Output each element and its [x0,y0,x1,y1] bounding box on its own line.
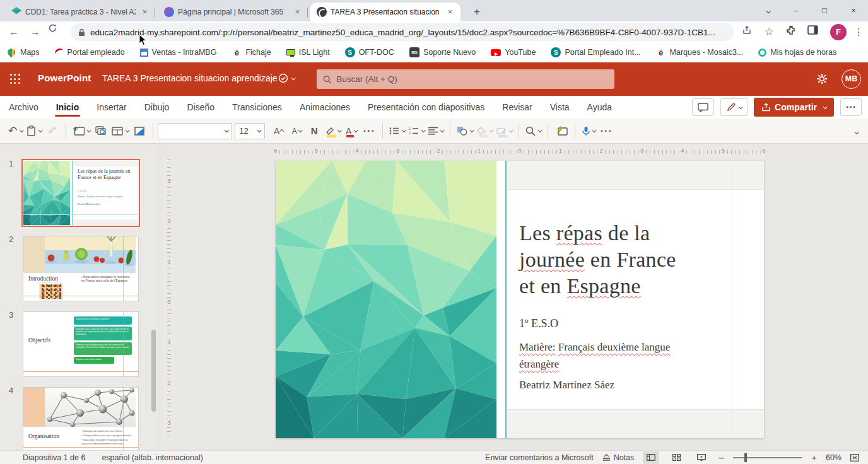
search-input[interactable] [336,74,608,84]
slide-thumbnail-1[interactable]: Les répas de la journée en France et en … [23,160,139,226]
format-painter-button[interactable] [44,122,61,141]
browser-menu-icon[interactable]: ⋮ [852,25,865,39]
fit-to-window-button[interactable] [850,454,859,461]
ribbon-tab-vista[interactable]: Vista [541,96,578,119]
reuse-slides-button[interactable] [92,122,110,141]
browser-tab-1[interactable]: CDD1: Tarea práctica 3 - Nivel A2 × [5,3,155,21]
ribbon-tab-archivo[interactable]: Archivo [0,96,47,119]
app-launcher-waffle-icon[interactable] [0,62,30,96]
font-name-combo[interactable] [158,123,232,139]
window-close-button[interactable]: × [839,0,868,21]
zoom-in-button[interactable]: + [811,452,817,463]
bookmark-isl-light[interactable]: ISL Light [286,48,330,57]
slide-grade-text[interactable]: 1º E.S.O [519,317,558,330]
grow-font-button[interactable]: A [270,122,288,141]
ribbon-tab-animaciones[interactable]: Animaciones [291,96,359,119]
close-tab-icon[interactable]: × [292,7,303,18]
browser-tab-2[interactable]: Página principal | Microsoft 365 × [158,3,308,21]
collapse-ribbon-chevron[interactable] [852,125,858,137]
slide-sorter-view-button[interactable] [668,451,684,464]
zoom-level[interactable]: 60% [826,453,842,462]
bookmark-fichaje[interactable]: ēFichaje [232,47,271,57]
toolbar-overflow-button[interactable]: ··· [597,122,615,141]
bullets-button[interactable] [387,122,407,141]
font-color-button[interactable]: A [343,122,360,141]
share-button[interactable]: Compartir [754,98,834,117]
bookmark-star-icon[interactable]: ☆ [762,25,776,39]
ribbon-tab-diseno[interactable]: Diseño [178,96,223,119]
bookmark-soporte-nuevo[interactable]: SDSoporte Nuevo [409,47,476,57]
ribbon-tab-presentacion[interactable]: Presentación con diapositivas [359,96,493,119]
ribbon-tab-ayuda[interactable]: Ayuda [578,96,621,119]
notes-toggle[interactable]: Notas [602,453,635,462]
zoom-out-button[interactable]: – [718,452,724,463]
bookmark-maps[interactable]: Maps [6,48,40,57]
account-avatar[interactable]: MB [842,69,861,89]
save-status-icon[interactable] [278,72,295,84]
slide-matiere-text[interactable]: Matière: Français deuxième langue étrang… [519,339,688,373]
slide-editing-surface[interactable]: Les répas de la journée en France et en … [276,161,764,438]
ribbon-tab-transiciones[interactable]: Transiciones [223,96,291,119]
thumbnail-scrollbar[interactable] [151,144,156,450]
browser-tab-3-active[interactable]: TAREA 3 Presentacion situacion a × [310,3,460,21]
find-button[interactable] [524,122,543,141]
bookmark-oft-doc[interactable]: SOFT-DOC [345,47,394,57]
slide-author-text[interactable]: Beatriz Martínez Sáez [519,379,614,392]
paste-button[interactable] [25,122,44,141]
search-box[interactable] [317,69,614,89]
side-panel-icon[interactable] [807,25,821,39]
shape-fill-button[interactable] [475,122,495,141]
tab-search-chevron[interactable] [752,0,781,21]
new-tab-button[interactable]: + [469,4,484,20]
extensions-puzzle-icon[interactable] [786,25,800,39]
close-tab-icon[interactable]: × [445,7,455,18]
dictate-button[interactable] [580,122,597,141]
bookmark-portal-empleado[interactable]: Portal empleado [55,48,125,57]
feedback-link[interactable]: Enviar comentarios a Microsoft [485,453,594,462]
close-tab-icon[interactable]: × [139,7,150,18]
url-field[interactable]: educa2madrid-my.sharepoint.com/:p:/r/per… [71,23,734,41]
browser-profile-avatar[interactable]: F [830,24,847,40]
shrink-font-button[interactable]: A [288,122,305,141]
language-status[interactable]: español (alfab. internacional) [102,453,203,462]
designer-ideas-button[interactable] [553,122,570,141]
slide-count-status[interactable]: Diapositiva 1 de 6 [23,453,85,462]
normal-view-button[interactable] [643,451,659,464]
scrollbar-thumb[interactable] [151,330,156,412]
window-maximize-button[interactable]: □ [810,0,839,21]
document-title[interactable]: TAREA 3 Presentacion situacion aprendiza… [102,73,278,83]
new-slide-button[interactable] [71,122,92,141]
designer-theme-button[interactable] [131,122,148,141]
slide-thumbnail-3[interactable]: Objectifs Connaître les principaux alime… [23,311,139,377]
bookmark-portal-empleado-int[interactable]: SPortal Empleado Int... [551,47,640,57]
layout-button[interactable] [110,122,131,141]
product-name[interactable]: PowerPoint [38,72,91,83]
settings-gear-icon[interactable] [815,72,830,87]
reload-button[interactable] [48,23,66,41]
comments-button[interactable] [692,98,714,116]
slide-thumbnail-4[interactable]: Organisation • Groupes de quatre ou troi… [23,387,139,450]
share-page-icon[interactable] [742,25,756,39]
bookmark-ventas-intrambg[interactable]: Ventas - IntraMBG [140,48,217,57]
window-minimize-button[interactable]: – [781,0,810,21]
numbering-button[interactable]: 12 [407,122,426,141]
shape-outline-button[interactable] [495,122,514,141]
bold-button[interactable]: N [305,122,323,141]
forward-button[interactable]: → [26,23,44,41]
highlight-color-button[interactable] [323,122,343,141]
shapes-button[interactable] [455,122,475,141]
bookmark-mis-hojas-de-horas[interactable]: Mis hojas de horas [758,48,836,57]
slide-thumbnail-2[interactable]: Introduction • Nous allons comparer la n… [23,236,139,301]
ribbon-tab-dibujo[interactable]: Dibujo [136,96,179,119]
zoom-slider[interactable] [733,457,802,458]
bookmark-youtube[interactable]: YouTube [491,48,536,57]
zoom-slider-thumb[interactable] [744,453,747,462]
ribbon-tab-revisar[interactable]: Revisar [493,96,541,119]
ribbon-overflow-button[interactable]: ··· [840,98,862,116]
back-button[interactable]: ← [5,23,23,41]
bookmark-marques-mosaic3[interactable]: ēMarques - Mosaic3... [656,47,744,57]
slideshow-view-button[interactable] [693,451,710,464]
ribbon-tab-inicio[interactable]: Inicio [47,96,88,119]
editing-mode-button[interactable] [720,98,748,116]
more-font-options-button[interactable]: ··· [360,122,378,141]
